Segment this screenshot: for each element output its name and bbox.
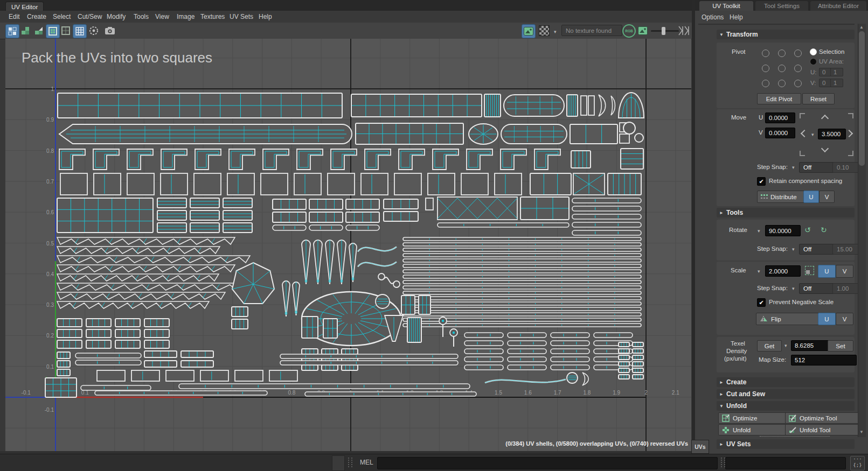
distribute-v-button[interactable]: V xyxy=(819,191,835,203)
move-step-snap-caret[interactable]: ▾ xyxy=(792,165,795,170)
menu-textures[interactable]: Textures xyxy=(199,11,226,23)
nudge-corner-tr[interactable] xyxy=(848,113,853,118)
exposure-slider-thumb[interactable] xyxy=(662,27,665,35)
edit-pivot-button[interactable]: Edit Pivot xyxy=(757,93,801,104)
scale-step-snap-caret[interactable]: ▾ xyxy=(792,286,795,291)
toolbar-expand-chevrons-icon[interactable] xyxy=(678,25,690,36)
tab-tool-settings[interactable]: Tool Settings xyxy=(755,1,808,11)
scale-step-increment-field[interactable]: 1.00 xyxy=(832,283,859,294)
pivot-u-max-field[interactable]: 1 xyxy=(830,68,843,76)
pivot-pos-5[interactable] xyxy=(778,65,786,72)
rotate-ccw-icon[interactable]: ↺ xyxy=(804,226,811,234)
menu-create[interactable]: Create xyxy=(26,11,47,23)
texel-value-field[interactable]: 8.6285 xyxy=(791,340,829,351)
pivot-pos-9[interactable] xyxy=(794,80,802,87)
grid-border-icon[interactable] xyxy=(59,24,72,37)
flip-button[interactable]: Flip xyxy=(756,313,821,325)
map-size-field[interactable]: 512 xyxy=(791,355,857,365)
tab-uv-toolkit[interactable]: UV Toolkit xyxy=(699,1,753,11)
uvs-button[interactable]: UVs xyxy=(691,440,709,454)
flip-u-button[interactable]: U xyxy=(818,313,836,325)
texel-caret[interactable]: ▾ xyxy=(784,343,787,348)
image-range-icon[interactable] xyxy=(636,24,649,37)
shell-corner-icon[interactable] xyxy=(32,24,45,37)
texture-image-display-icon[interactable] xyxy=(522,24,536,38)
rotate-step-increment-field[interactable]: 15.00 xyxy=(832,244,859,255)
texel-get-button[interactable]: Get xyxy=(757,340,782,352)
pivot-v-max-field[interactable]: 1 xyxy=(830,79,843,87)
rotate-cw-icon[interactable]: ↻ xyxy=(821,226,827,234)
menu-edit[interactable]: Edit xyxy=(8,11,21,23)
pixel-snap-grid-icon[interactable] xyxy=(73,24,87,38)
layout-quad-view-icon[interactable] xyxy=(5,24,19,38)
uv-border-display-icon[interactable] xyxy=(46,24,60,38)
scrollbar-up-icon[interactable]: ▲ xyxy=(858,25,865,30)
reset-button[interactable]: Reset xyxy=(802,93,835,104)
texel-set-button[interactable]: Set xyxy=(828,340,853,352)
prevent-negative-scale-checkbox[interactable]: ✔ xyxy=(757,298,766,307)
scale-v-button[interactable]: V xyxy=(836,265,853,278)
texture-status-field[interactable]: No texture found xyxy=(561,25,622,36)
nudge-value-caret[interactable]: ▾ xyxy=(811,132,814,137)
move-step-field[interactable]: 3.5000 xyxy=(818,129,846,139)
move-u-field[interactable]: 0.0000 xyxy=(765,113,795,123)
menu-help-toolkit[interactable]: Help xyxy=(730,11,743,24)
menu-help[interactable]: Help xyxy=(258,11,273,23)
retain-spacing-checkbox[interactable]: ✔ xyxy=(757,177,766,186)
scale-caret[interactable]: ▾ xyxy=(758,269,760,274)
section-uv-sets[interactable]: ► UV Sets xyxy=(717,439,855,449)
pivot-pos-1[interactable] xyxy=(762,50,769,57)
uv-canvas[interactable]: -0.100.10.20.30.40.50.60.70.80.911.11.21… xyxy=(5,39,691,451)
pivot-pos-2[interactable] xyxy=(778,50,786,57)
checker-display-icon[interactable] xyxy=(538,24,551,37)
menu-select[interactable]: Select xyxy=(52,11,72,23)
rotate-step-snap-caret[interactable]: ▾ xyxy=(792,247,795,252)
move-step-increment-field[interactable]: 0.10 xyxy=(832,162,859,173)
command-result-field[interactable] xyxy=(725,457,846,469)
rotate-step-snap-field[interactable]: Off xyxy=(799,244,834,255)
menu-tools[interactable]: Tools xyxy=(133,11,150,23)
rotate-caret[interactable]: ▾ xyxy=(758,228,760,234)
menu-options[interactable]: Options xyxy=(702,11,724,24)
scrollbar-down-icon[interactable]: ▼ xyxy=(858,430,865,434)
section-create[interactable]: ► Create xyxy=(717,377,855,387)
pivot-pos-4[interactable] xyxy=(762,65,769,72)
command-line-toggle[interactable] xyxy=(332,455,345,471)
pivot-pos-3[interactable] xyxy=(794,50,802,57)
optimize-button[interactable]: Optimize xyxy=(718,412,787,424)
section-cut-and-sew[interactable]: ► Cut and Sew xyxy=(717,389,855,399)
rgb-channels-icon[interactable]: RGB xyxy=(622,24,636,38)
nudge-corner-tl[interactable] xyxy=(800,113,805,118)
pivot-pos-8[interactable] xyxy=(778,80,786,87)
menu-image[interactable]: Image xyxy=(176,11,196,23)
target-ring-icon[interactable] xyxy=(87,24,100,37)
unfold-button[interactable]: Unfold xyxy=(718,424,787,435)
scale-value-field[interactable]: 2.0000 xyxy=(765,265,801,277)
tab-attribute-editor[interactable]: Attribute Editor xyxy=(810,1,866,11)
unfold-tool-button[interactable]: Unfold Tool xyxy=(785,424,859,435)
uv-canvas-svg[interactable]: -0.100.10.20.30.40.50.60.70.80.911.11.21… xyxy=(5,39,691,451)
shell-stack-icon[interactable] xyxy=(19,24,32,37)
uv-snapshot-camera-icon[interactable] xyxy=(103,24,116,37)
rotate-value-field[interactable]: 90.0000 xyxy=(765,225,801,236)
distribute-u-button[interactable]: U xyxy=(803,191,819,203)
result-drag-handle[interactable] xyxy=(721,458,725,467)
scale-step-snap-field[interactable]: Off xyxy=(799,283,834,294)
menu-view[interactable]: View xyxy=(154,11,170,23)
menu-modify[interactable]: Modify xyxy=(106,11,127,23)
flip-v-button[interactable]: V xyxy=(836,313,853,325)
section-transform[interactable]: ▼ Transform xyxy=(717,30,855,39)
nudge-corner-bl[interactable] xyxy=(800,151,805,156)
distribute-button[interactable]: Distribute xyxy=(757,191,807,203)
scale-pivot-icon[interactable] xyxy=(805,266,814,275)
command-line-drag-handle[interactable] xyxy=(348,458,352,467)
menu-cut-sew[interactable]: Cut/Sew xyxy=(77,11,103,23)
texture-dropdown-caret[interactable]: ▾ xyxy=(554,29,557,34)
optimize-tool-button[interactable]: Optimize Tool xyxy=(785,412,859,424)
radio-uv-area[interactable] xyxy=(810,58,817,65)
radio-selection[interactable] xyxy=(810,48,817,55)
move-v-field[interactable]: 0.0000 xyxy=(765,128,795,138)
scale-u-button[interactable]: U xyxy=(818,265,836,278)
menu-uv-sets[interactable]: UV Sets xyxy=(228,11,254,23)
mel-command-input[interactable] xyxy=(377,457,718,469)
